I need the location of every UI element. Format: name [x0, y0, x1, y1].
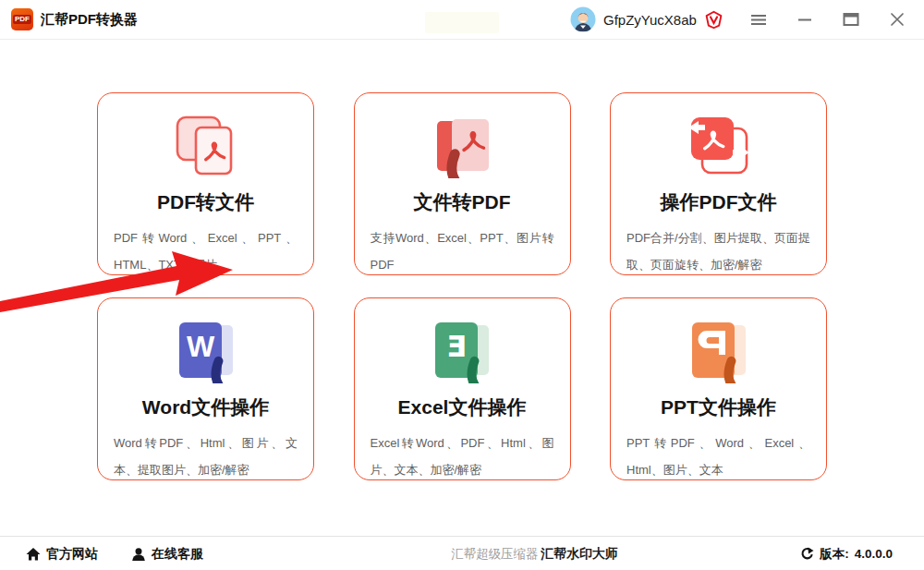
card-title: Word文件操作 — [98, 394, 313, 420]
file-to-pdf-icon — [430, 114, 494, 178]
card-description: PDF合并/分割、图片提取、页面提取、页面旋转、加密/解密 — [626, 224, 810, 278]
version-info: 版本: 4.0.0.0 — [800, 537, 893, 570]
super-compressor-link[interactable]: 汇帮超级压缩器 — [451, 537, 539, 570]
online-support-link[interactable]: 在线客服 — [131, 537, 203, 570]
minimize-icon[interactable] — [796, 11, 813, 28]
pdf-to-file-icon — [174, 114, 238, 178]
refresh-icon[interactable] — [800, 547, 814, 561]
watermark-master-link[interactable]: 汇帮水印大师 — [541, 537, 618, 570]
menu-icon[interactable] — [750, 11, 767, 28]
titlebar: PDF 汇帮PDF转换器 GfpZyYucX8ab — [0, 0, 924, 40]
card-file-to-pdf[interactable]: 文件转PDF 支持Word、Excel、PPT、图片转PDF — [354, 92, 571, 275]
app-logo-icon: PDF — [11, 8, 33, 30]
card-description: 支持Word、Excel、PPT、图片转PDF — [371, 224, 554, 278]
excel-operations-icon: Ǝ — [430, 319, 494, 383]
official-website-link[interactable]: 官方网站 — [26, 537, 98, 570]
feature-grid: PDF转文件 PDF转Word、Excel、PPT、HTML、TXT、图片 文件… — [97, 92, 827, 480]
card-description: PDF转Word、Excel、PPT、HTML、TXT、图片 — [114, 224, 298, 278]
card-pdf-to-file[interactable]: PDF转文件 PDF转Word、Excel、PPT、HTML、TXT、图片 — [97, 92, 314, 275]
card-title: PDF转文件 — [98, 189, 313, 215]
ppt-operations-icon — [687, 319, 751, 383]
window-controls — [750, 0, 906, 39]
card-description: Word转PDF、Html、图片、文本、提取图片、加密/解密 — [114, 430, 298, 483]
app-title: 汇帮PDF转换器 — [41, 11, 138, 29]
card-word-operations[interactable]: W Word文件操作 Word转PDF、Html、图片、文本、提取图片、加密/解… — [97, 297, 314, 480]
vip-badge-icon[interactable] — [704, 10, 723, 30]
customer-service-icon — [131, 547, 146, 562]
card-excel-operations[interactable]: Ǝ Excel文件操作 Excel转Word、PDF、Html、图片、文本、加密… — [354, 297, 571, 480]
card-title: Excel文件操作 — [355, 394, 570, 420]
card-ppt-operations[interactable]: PPT文件操作 PPT转PDF、Word、Excel、Html、图片、文本 — [610, 297, 827, 480]
online-support-label: 在线客服 — [152, 546, 203, 563]
username: GfpZyYucX8ab — [603, 12, 697, 28]
home-icon — [26, 547, 41, 562]
close-icon[interactable] — [889, 11, 906, 28]
user-avatar-icon — [570, 6, 596, 32]
word-glyph: W — [186, 330, 214, 363]
excel-glyph: Ǝ — [446, 329, 467, 364]
faint-highlight-box — [425, 12, 499, 33]
word-operations-icon: W — [174, 319, 238, 383]
account-button[interactable]: GfpZyYucX8ab — [570, 0, 723, 39]
card-description: PPT转PDF、Word、Excel、Html、图片、文本 — [626, 430, 810, 483]
card-title: PPT文件操作 — [611, 394, 826, 420]
footer: 官方网站 在线客服 汇帮超级压缩器 汇帮水印大师 版本: 4.0.0.0 — [0, 536, 924, 570]
official-website-label: 官方网站 — [46, 546, 98, 563]
version-label: 版本: — [820, 546, 849, 563]
card-operate-pdf[interactable]: 操作PDF文件 PDF合并/分割、图片提取、页面提取、页面旋转、加密/解密 — [610, 92, 827, 275]
card-description: Excel转Word、PDF、Html、图片、文本、加密/解密 — [371, 430, 554, 483]
operate-pdf-icon — [687, 114, 751, 178]
maximize-icon[interactable] — [843, 11, 859, 28]
card-title: 操作PDF文件 — [611, 189, 826, 215]
version-value: 4.0.0.0 — [855, 547, 893, 561]
app-window: PDF 汇帮PDF转换器 GfpZyYucX8ab — [0, 0, 924, 570]
card-title: 文件转PDF — [355, 189, 570, 215]
